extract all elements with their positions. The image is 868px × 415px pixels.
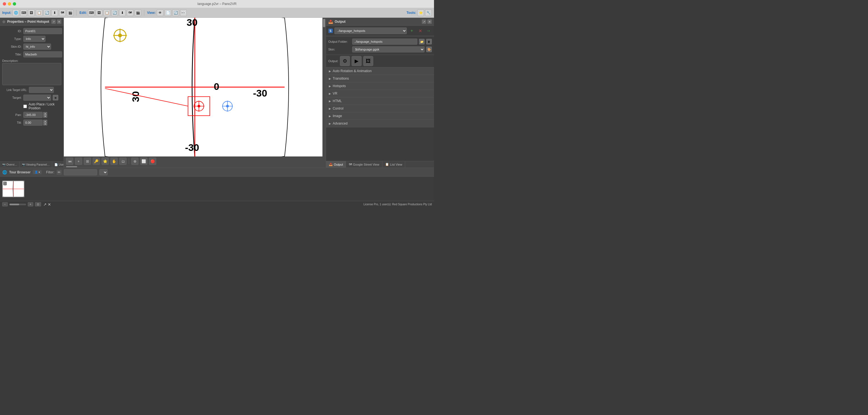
edit-btn-1[interactable]: ⌨ [88,9,95,16]
output-tab-output[interactable]: 📤 Output [326,161,346,167]
input-btn-3[interactable]: 🖼 [28,9,35,16]
section-hotspots-header[interactable]: ▶ Hotspots [326,83,434,90]
tab-user-data[interactable]: 📄 User D… [52,162,64,167]
section-html-header[interactable]: ▶ HTML [326,97,434,104]
output-tab-street-view[interactable]: 🗺 Google Street View [346,161,382,167]
skin-label: Skin: [328,48,350,51]
tilt-input[interactable] [23,120,43,126]
output-folder-input[interactable] [352,38,417,45]
section-transitions-header[interactable]: ▶ Transitions [326,75,434,82]
output-image-btn[interactable]: 🖼 [363,56,373,66]
id-input[interactable] [23,28,62,34]
edit-btn-3[interactable]: 📋 [103,9,110,16]
output-close-btn[interactable]: ✕ [427,20,432,24]
input-btn-2[interactable]: ⌨ [20,9,27,16]
vp-add-btn[interactable]: + [75,158,82,165]
section-advanced-header[interactable]: ▶ Advanced [326,120,434,127]
description-textarea[interactable] [2,63,61,85]
vp-crosshair-btn[interactable]: ⊕ [131,158,138,165]
input-btn-4[interactable]: 📋 [36,9,42,16]
status-expand-btn[interactable]: ↗ [43,202,46,207]
folder-browse-btn[interactable]: 📁 [419,39,425,44]
section-auto-rotation-header[interactable]: ▶ Auto Rotation & Animation [326,67,434,75]
status-close-btn[interactable]: ✕ [48,202,51,207]
vp-map-btn[interactable]: 🗂 [119,158,127,165]
output-profile-select[interactable]: ../language_hotspots [334,28,407,34]
horizontal-scrollbar[interactable] [64,166,326,167]
tools-btn-1[interactable]: ⭐ [417,9,424,16]
vp-red-btn[interactable]: 🔴 [149,158,156,165]
add-output-btn[interactable]: + [408,28,415,34]
link-target-select[interactable] [29,87,54,93]
filter-clear-btn[interactable]: ✏ [57,170,62,175]
pano-thumbnail-1[interactable]: 1 [2,181,24,197]
delete-output-btn[interactable]: ✕ [417,28,424,34]
skin-select[interactable]: $d/language.ggsk [352,46,425,53]
pan-down-btn[interactable]: ▼ [43,115,47,118]
h-scroll-thumb[interactable] [66,166,77,167]
input-btn-6[interactable]: ⬇ [51,9,58,16]
tab-viewing-params[interactable]: 📷 Viewing Paramet… [20,162,52,167]
viewport-canvas[interactable]: 30 -30 -30 0 30 [64,18,326,156]
userdata-icon: 📄 [54,163,58,166]
zoom-slider[interactable] [9,203,26,205]
vp-grid-btn[interactable]: ⊞ [84,158,91,165]
section-vr-header[interactable]: ▶ VR [326,90,434,97]
filter-type-select[interactable] [99,169,108,175]
folder-clear-btn[interactable]: 🗑 [426,39,432,44]
view-btn-1[interactable]: 👁 [157,9,163,16]
pan-up-btn[interactable]: ▲ [43,112,47,115]
output-tab-list-view[interactable]: 📋 List View [382,161,405,167]
zoom-in-btn[interactable]: + [28,202,33,206]
viewport: 30 -30 -30 0 30 [64,18,326,167]
vp-star-btn[interactable]: ⭐ [101,158,109,165]
section-control-header[interactable]: ▶ Control [326,105,434,112]
fit-btn[interactable]: ⊡ [35,202,41,206]
view-btn-4[interactable]: 👀 [180,9,187,16]
input-btn-8[interactable]: 🎬 [67,9,73,16]
skin-browse-btn[interactable]: 🎨 [426,46,432,52]
vp-rect-btn[interactable]: ⬜ [140,158,147,165]
close-button[interactable] [3,2,6,5]
title-input[interactable] [23,51,62,57]
vertical-scrollbar[interactable] [322,18,326,156]
vp-key-btn[interactable]: 🔑 [93,158,100,165]
tilt-up-btn[interactable]: ▲ [43,120,47,123]
target-select[interactable] [23,95,51,101]
edit-btn-7[interactable]: 🎬 [134,9,141,16]
autoplace-checkbox[interactable] [23,104,27,108]
type-select[interactable]: Info [23,36,45,42]
type-label: Type: [2,37,22,40]
view-btn-3[interactable]: 🔄 [172,9,179,16]
target-btn[interactable]: ⊕ [53,95,58,100]
section-image-header[interactable]: ▶ Image [326,113,434,120]
edit-btn-2[interactable]: 🖼 [96,9,102,16]
edit-btn-6[interactable]: 🗺 [127,9,133,16]
pan-input[interactable] [23,112,43,118]
output-float-btn[interactable]: ↗ [422,20,426,24]
input-btn-5[interactable]: 🔄 [43,9,50,16]
add-pano-btn[interactable]: 👤 ▾ [33,170,42,174]
tilt-down-btn[interactable]: ▼ [43,123,47,125]
edit-btn-4[interactable]: 🔄 [111,9,118,16]
skin-id-select[interactable]: ht_info [23,43,51,50]
panel-close-btn[interactable]: ✕ [57,20,61,24]
tools-btn-2[interactable]: 🔧 [425,9,432,16]
scroll-thumb[interactable] [323,19,325,27]
panel-float-btn[interactable]: ↗ [51,20,56,24]
vp-hand-btn[interactable]: ✋ [111,158,118,165]
view-btn-2[interactable]: 📄 [164,9,171,16]
filter-input[interactable] [64,169,97,175]
output-play-btn[interactable]: ▶ [351,56,362,66]
maximize-button[interactable] [13,2,16,5]
input-btn-7[interactable]: 🗺 [59,9,66,16]
export-output-btn[interactable]: → [425,28,432,34]
vp-play-btn[interactable]: ⏮ [66,158,73,165]
zoom-out-btn[interactable]: − [2,202,8,206]
minimize-button[interactable] [8,2,11,5]
tab-overview[interactable]: 📷 Overvi… [0,162,20,167]
skin-row: Skin: $d/language.ggsk 🎨 [328,46,432,53]
output-settings-btn[interactable]: ⚙ [340,56,350,66]
input-btn-1[interactable]: 🌐 [12,9,19,16]
edit-btn-5[interactable]: ⬇ [119,9,126,16]
